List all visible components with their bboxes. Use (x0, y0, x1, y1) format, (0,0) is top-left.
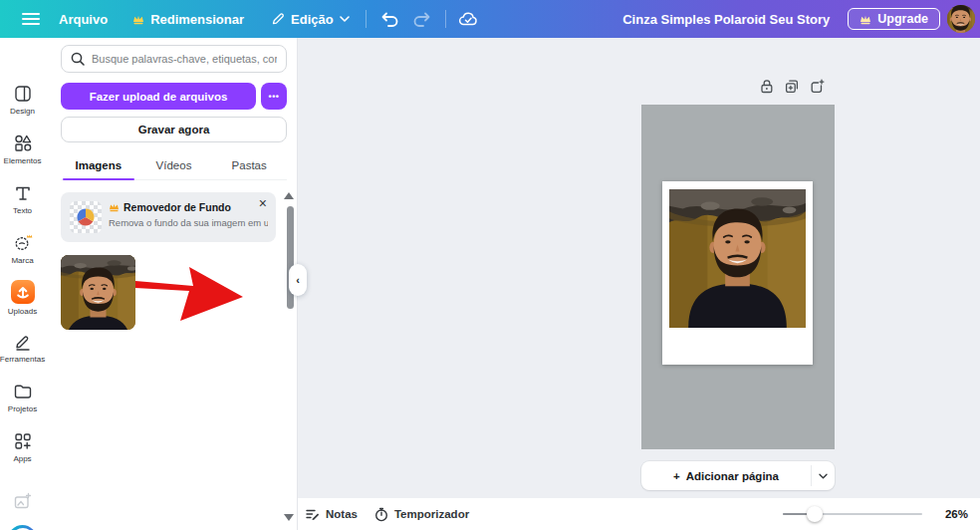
tab-pastas[interactable]: Pastas (211, 153, 287, 179)
background-remover-promo-card[interactable]: Removedor de Fundo Remova o fundo da sua… (61, 192, 276, 242)
crown-icon (859, 14, 871, 25)
pencil-icon (271, 12, 285, 26)
design-icon (13, 84, 33, 104)
uploaded-photo (61, 255, 135, 330)
sidebar-label: Projetos (8, 405, 37, 413)
sidebar-label: Ferramentas (0, 356, 45, 364)
menu-redimensionar-label: Redimensionar (150, 12, 244, 27)
menu-redimensionar[interactable]: Redimensionar (132, 12, 244, 27)
crown-icon (132, 14, 144, 25)
polaroid-photo[interactable] (669, 189, 806, 328)
status-bar: Notas Temporizador 26% (298, 498, 980, 530)
document-title[interactable]: Cinza Simples Polaroid Seu Story (622, 12, 830, 27)
more-dots-icon: ••• (269, 92, 280, 102)
uploads-icon (11, 280, 35, 304)
more-options-button[interactable]: ••• (261, 83, 287, 110)
sidebar-item-apps[interactable]: Apps (0, 431, 45, 463)
avatar-photo (947, 5, 975, 33)
uploads-panel: Fazer upload de arquivos ••• Gravar agor… (45, 38, 298, 530)
sidebar-label: Apps (13, 455, 31, 463)
user-avatar[interactable] (947, 5, 975, 33)
add-page-button[interactable]: + Adicionar página (641, 461, 835, 490)
panel-collapse-button[interactable]: ‹ (289, 264, 307, 296)
image-sparkle-icon (13, 492, 32, 515)
add-page-label: Adicionar página (686, 470, 779, 482)
add-page-dropdown[interactable] (812, 461, 835, 490)
timer-label: Temporizador (394, 508, 469, 520)
sidebar-label: Marca (11, 257, 33, 265)
duplicate-page-button[interactable] (785, 79, 799, 94)
editor-area: + Adicionar página Notas Temporizador 26… (298, 38, 980, 530)
menu-arquivo[interactable]: Arquivo (59, 12, 108, 27)
plus-icon: + (673, 470, 680, 482)
uploaded-image-thumbnail[interactable] (61, 255, 135, 330)
tab-imagens[interactable]: Imagens (61, 153, 136, 179)
zoom-level-value[interactable]: 26% (938, 508, 968, 520)
redo-icon (412, 11, 432, 27)
sidebar-item-elementos[interactable]: Elementos (0, 133, 45, 165)
crown-icon (109, 202, 120, 212)
record-now-button[interactable]: Gravar agora (61, 117, 287, 142)
lock-icon (760, 79, 774, 94)
scrollbar-up-arrow[interactable] (284, 192, 294, 199)
brand-icon (12, 233, 34, 253)
hamburger-icon (22, 12, 40, 26)
canva-editor-window: Arquivo Redimensionar Edição Cinza Simpl… (0, 0, 980, 530)
cloud-check-icon (457, 11, 479, 27)
close-icon[interactable]: × (259, 195, 267, 212)
sidebar-label: Uploads (8, 308, 37, 316)
tools-icon (13, 332, 33, 352)
menu-arquivo-label: Arquivo (59, 12, 108, 27)
elements-icon (13, 133, 33, 153)
page-controls (760, 79, 825, 94)
search-icon (71, 52, 85, 66)
top-bar: Arquivo Redimensionar Edição Cinza Simpl… (0, 0, 980, 38)
beach-ball-icon (76, 207, 96, 227)
zoom-slider[interactable] (783, 513, 922, 515)
polaroid-frame-element[interactable] (662, 181, 813, 365)
promo-subtitle: Remova o fundo da sua imagem em u... (109, 217, 268, 228)
scrollbar-down-arrow[interactable] (284, 514, 294, 521)
folder-icon (13, 382, 33, 401)
notes-button[interactable]: Notas (305, 507, 358, 521)
sidebar-item-uploads[interactable]: Uploads (0, 280, 45, 316)
menu-edicao-label: Edição (291, 12, 334, 27)
duplicate-icon (785, 79, 799, 94)
undo-button[interactable] (379, 11, 399, 27)
lock-button[interactable] (760, 79, 774, 94)
upgrade-button[interactable]: Upgrade (848, 8, 940, 30)
timer-button[interactable]: Temporizador (374, 507, 469, 522)
upload-files-button[interactable]: Fazer upload de arquivos (61, 83, 256, 110)
search-input[interactable] (92, 53, 277, 65)
magic-assistant-button[interactable] (8, 525, 37, 530)
undo-icon (379, 11, 399, 27)
main-menu-button[interactable] (22, 12, 40, 26)
timer-icon (374, 507, 388, 522)
promo-title: Removedor de Fundo (123, 201, 231, 213)
media-tabs: Imagens Vídeos Pastas (61, 153, 287, 180)
chevron-down-icon (340, 16, 350, 22)
text-icon (13, 183, 33, 203)
sidebar-rail: Design Elementos Texto Marca Uploads Fer… (0, 38, 45, 530)
add-page-main[interactable]: + Adicionar página (641, 461, 811, 490)
redo-button[interactable] (412, 11, 432, 27)
design-page[interactable] (641, 105, 835, 449)
collapse-chevron-icon: ‹ (296, 274, 300, 286)
sidebar-item-marca[interactable]: Marca (0, 233, 45, 265)
upgrade-label: Upgrade (877, 12, 928, 26)
zoom-slider-thumb[interactable] (807, 506, 823, 522)
search-box[interactable] (61, 45, 287, 73)
sidebar-item-projetos[interactable]: Projetos (0, 382, 45, 413)
add-page-icon-button[interactable] (810, 79, 825, 94)
sidebar-label: Texto (13, 207, 32, 215)
chevron-down-icon (819, 473, 828, 479)
sidebar-item-ferramentas[interactable]: Ferramentas (0, 332, 45, 364)
sidebar-item-design[interactable]: Design (0, 84, 45, 116)
sidebar-item-texto[interactable]: Texto (0, 183, 45, 215)
cloud-save-status[interactable] (457, 11, 479, 27)
sidebar-label: Design (10, 108, 35, 116)
promo-title-row: Removedor de Fundo (109, 201, 231, 213)
notes-label: Notas (326, 508, 358, 520)
menu-edicao[interactable]: Edição (271, 12, 350, 27)
tab-videos[interactable]: Vídeos (136, 153, 212, 179)
